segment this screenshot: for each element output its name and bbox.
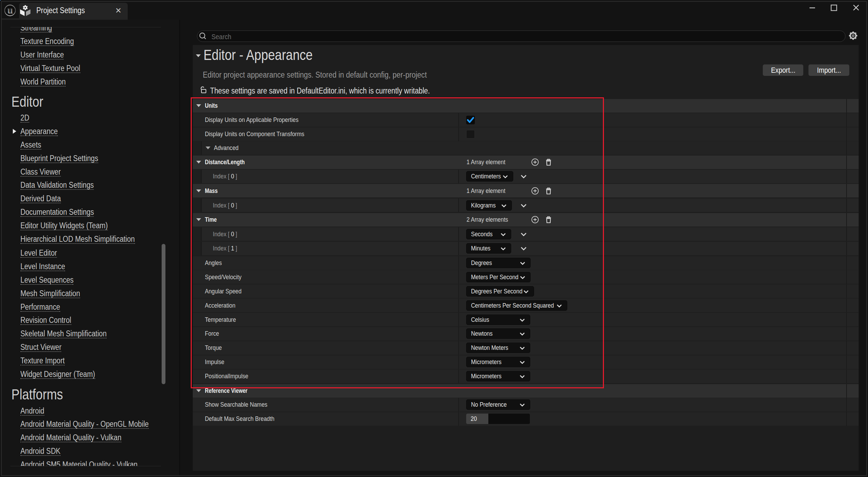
svg-text:u: u (7, 5, 13, 16)
